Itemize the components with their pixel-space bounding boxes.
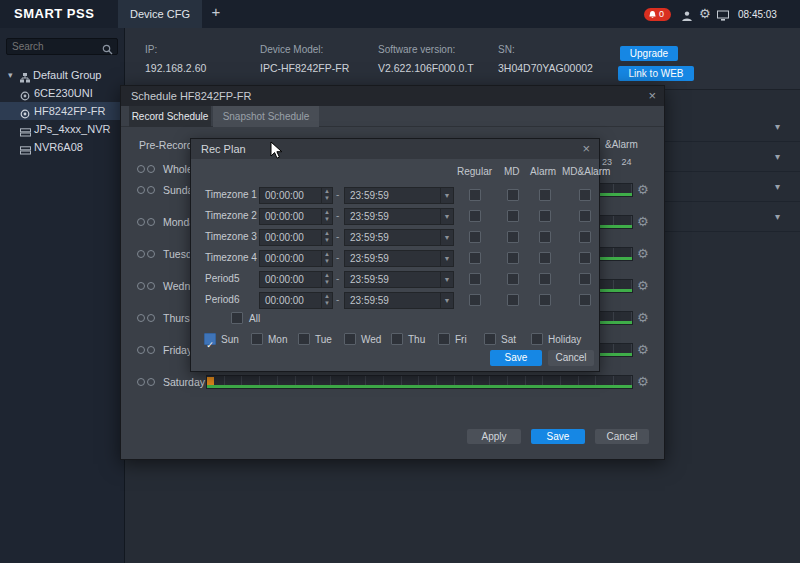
day-checkbox[interactable] (391, 333, 403, 345)
end-time-input[interactable]: 23:59:59▼ (344, 187, 454, 204)
record-toggle-icon[interactable] (137, 165, 145, 173)
start-time-input[interactable]: 00:00:00▲▼ (259, 271, 333, 288)
record-toggle-icon[interactable] (147, 314, 155, 322)
tab-snapshot-schedule[interactable]: Snapshot Schedule (213, 106, 319, 127)
md-alarm-checkbox[interactable] (579, 252, 591, 264)
md-checkbox[interactable] (507, 294, 519, 306)
alarm-checkbox[interactable] (539, 294, 551, 306)
record-toggle-icon[interactable] (137, 282, 145, 290)
timeline-bar[interactable] (206, 375, 633, 389)
time-spinner[interactable]: ▲▼ (321, 272, 332, 287)
save-button[interactable]: Save (531, 429, 585, 444)
gear-icon[interactable]: ⚙ (637, 374, 649, 389)
time-spinner[interactable]: ▲▼ (321, 209, 332, 224)
day-checkbox[interactable] (344, 333, 356, 345)
regular-checkbox[interactable] (469, 273, 481, 285)
gear-icon[interactable]: ⚙ (637, 246, 649, 261)
md-checkbox[interactable] (507, 189, 519, 201)
alarm-checkbox[interactable] (539, 210, 551, 222)
chevron-down-icon[interactable]: ▾ (775, 211, 780, 222)
sidebar-item-nvr6a08[interactable]: NVR6A08 (0, 138, 125, 156)
regular-checkbox[interactable] (469, 252, 481, 264)
sidebar-item-6ce230uni[interactable]: 6CE230UNI (0, 84, 125, 102)
time-spinner[interactable]: ▲▼ (321, 251, 332, 266)
close-icon[interactable]: × (648, 86, 656, 106)
regular-checkbox[interactable] (469, 294, 481, 306)
md-checkbox[interactable] (507, 231, 519, 243)
md-alarm-checkbox[interactable] (579, 189, 591, 201)
gear-icon[interactable]: ⚙ (637, 182, 649, 197)
apply-button[interactable]: Apply (467, 429, 521, 444)
end-time-input[interactable]: 23:59:59▼ (344, 250, 454, 267)
end-time-input[interactable]: 23:59:59▼ (344, 271, 454, 288)
record-toggle-icon[interactable] (137, 378, 145, 386)
alarm-badge[interactable]: 0 (644, 8, 671, 21)
time-spinner[interactable]: ▲▼ (321, 188, 332, 203)
start-time-input[interactable]: 00:00:00▲▼ (259, 292, 333, 309)
tab-device-cfg[interactable]: Device CFG (118, 0, 202, 28)
record-toggle-icon[interactable] (147, 218, 155, 226)
time-spinner[interactable]: ▲▼ (321, 293, 332, 308)
md-checkbox[interactable] (507, 252, 519, 264)
record-toggle-icon[interactable] (147, 282, 155, 290)
end-time-input[interactable]: 23:59:59▼ (344, 208, 454, 225)
start-time-input[interactable]: 00:00:00▲▼ (259, 187, 333, 204)
gear-icon[interactable]: ⚙ (637, 342, 649, 357)
user-icon[interactable] (681, 8, 693, 26)
settings-gear-icon[interactable]: ⚙ (699, 6, 711, 21)
close-icon[interactable]: × (582, 139, 590, 159)
start-time-input[interactable]: 00:00:00▲▼ (259, 208, 333, 225)
day-checkbox[interactable] (438, 333, 450, 345)
chevron-down-icon[interactable]: ▾ (775, 151, 780, 162)
cancel-button[interactable]: Cancel (548, 350, 594, 366)
md-alarm-checkbox[interactable] (579, 210, 591, 222)
time-dropdown[interactable]: ▼ (440, 188, 453, 203)
record-toggle-icon[interactable] (147, 378, 155, 386)
tree-group-default[interactable]: ▾ Default Group (0, 66, 125, 84)
alarm-checkbox[interactable] (539, 252, 551, 264)
record-toggle-icon[interactable] (137, 218, 145, 226)
time-spinner[interactable]: ▲▼ (321, 230, 332, 245)
record-toggle-icon[interactable] (137, 314, 145, 322)
time-dropdown[interactable]: ▼ (440, 209, 453, 224)
regular-checkbox[interactable] (469, 210, 481, 222)
alarm-checkbox[interactable] (539, 189, 551, 201)
search-input[interactable] (12, 39, 100, 54)
sidebar-item-hf8242fp-fr[interactable]: HF8242FP-FR (0, 102, 125, 120)
day-checkbox[interactable] (484, 333, 496, 345)
end-time-input[interactable]: 23:59:59▼ (344, 292, 454, 309)
md-checkbox[interactable] (507, 210, 519, 222)
search-icon[interactable] (102, 41, 113, 59)
tree-expand-icon[interactable]: ▾ (8, 66, 13, 84)
new-tab-button[interactable]: + (208, 3, 224, 20)
sidebar-item-jps-4xxx-nvr[interactable]: JPs_4xxx_NVR (0, 120, 125, 138)
regular-checkbox[interactable] (469, 231, 481, 243)
time-dropdown[interactable]: ▼ (440, 230, 453, 245)
record-toggle-icon[interactable] (137, 250, 145, 258)
md-alarm-checkbox[interactable] (579, 273, 591, 285)
day-checkbox[interactable] (298, 333, 310, 345)
start-time-input[interactable]: 00:00:00▲▼ (259, 229, 333, 246)
gear-icon[interactable]: ⚙ (637, 310, 649, 325)
save-button[interactable]: Save (490, 350, 542, 366)
upgrade-button[interactable]: Upgrade (620, 46, 678, 61)
day-checkbox[interactable]: ✓ (204, 333, 216, 345)
time-dropdown[interactable]: ▼ (440, 293, 453, 308)
day-checkbox[interactable] (531, 333, 543, 345)
tab-record-schedule[interactable]: Record Schedule (129, 106, 211, 127)
time-dropdown[interactable]: ▼ (440, 251, 453, 266)
link-to-web-button[interactable]: Link to WEB (618, 66, 694, 81)
start-time-input[interactable]: 00:00:00▲▼ (259, 250, 333, 267)
md-alarm-checkbox[interactable] (579, 231, 591, 243)
time-dropdown[interactable]: ▼ (440, 272, 453, 287)
chevron-down-icon[interactable]: ▾ (775, 121, 780, 132)
all-checkbox[interactable] (231, 312, 243, 324)
record-toggle-icon[interactable] (137, 346, 145, 354)
record-toggle-icon[interactable] (147, 165, 155, 173)
alarm-checkbox[interactable] (539, 273, 551, 285)
record-toggle-icon[interactable] (147, 346, 155, 354)
regular-checkbox[interactable] (469, 189, 481, 201)
md-checkbox[interactable] (507, 273, 519, 285)
chevron-down-icon[interactable]: ▾ (775, 181, 780, 192)
gear-icon[interactable]: ⚙ (637, 214, 649, 229)
